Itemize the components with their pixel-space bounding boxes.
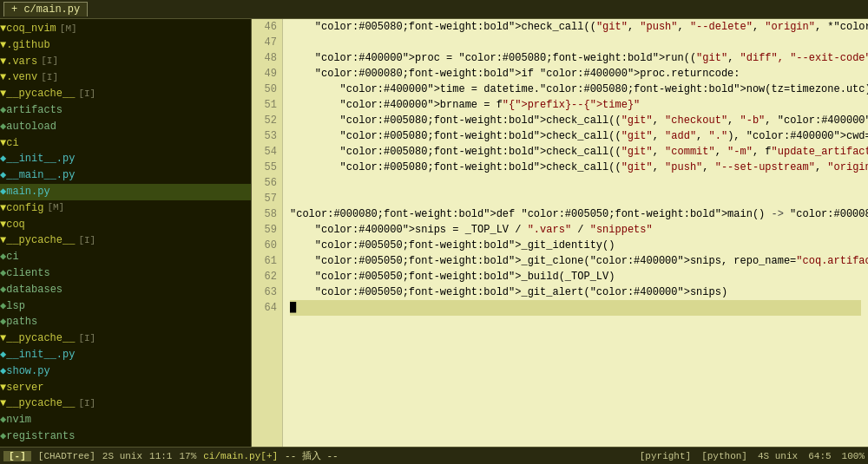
- file-icon: ◆: [0, 185, 6, 199]
- tree-item[interactable]: ▼ __pycache__ [I]: [0, 232, 251, 249]
- code-line[interactable]: "color:#005080;font-weight:bold">check_c…: [290, 128, 861, 144]
- tree-item[interactable]: ▼ __pycache__ [I]: [0, 330, 251, 347]
- code-line[interactable]: "color:#000080;font-weight:bold">if "col…: [290, 66, 861, 82]
- tree-item[interactable]: ▼ coq_nvim [M]: [0, 21, 251, 37]
- position-info: 64:5: [808, 451, 831, 461]
- tree-item-badge: [I]: [78, 332, 95, 345]
- code-line[interactable]: "color:#400000">proc = "color:#005080;fo…: [290, 50, 861, 66]
- code-line[interactable]: "color:#000080;font-weight:bold">def "co…: [290, 206, 861, 222]
- tree-item-label: autoload: [6, 120, 56, 134]
- tree-item[interactable]: ◆ main.py: [0, 184, 251, 200]
- tree-item-label: databases: [6, 283, 62, 297]
- tree-item-label: .vars: [6, 55, 37, 69]
- file-tree-sidebar: ▼ coq_nvim [M] ▼ .github ▼ .vars [I] ▼ .…: [0, 19, 252, 447]
- tree-item-label: __pycache__: [6, 396, 75, 411]
- tree-item-label: registrants: [6, 429, 75, 444]
- line-number: 59: [255, 222, 277, 238]
- line-number: 61: [255, 253, 277, 269]
- filetype-info: [python]: [701, 451, 747, 461]
- tree-item-label: .venv: [6, 70, 37, 85]
- folder-open-icon: ▼: [0, 381, 6, 395]
- tree-item[interactable]: ◆ nvim: [0, 412, 251, 428]
- code-line[interactable]: "color:#005050;font-weight:bold">_build(…: [290, 269, 861, 284]
- tree-item[interactable]: ▼ ci: [0, 135, 251, 152]
- tree-item-label: coq: [6, 218, 25, 232]
- tree-item-label: clients: [6, 266, 49, 281]
- lsp-info: [pyright]: [640, 451, 691, 461]
- folder-open-icon: ▼: [0, 218, 6, 232]
- active-tab[interactable]: + c/main.py: [3, 2, 88, 16]
- code-line[interactable]: █: [290, 300, 861, 316]
- tree-item[interactable]: ◆ __init__.py: [0, 151, 251, 167]
- tree-item-label: server: [6, 381, 43, 395]
- code-line[interactable]: "color:#005080;font-weight:bold">check_c…: [290, 113, 861, 128]
- tree-item[interactable]: ◆ lsp: [0, 298, 251, 315]
- tree-item[interactable]: ◆ autoload: [0, 119, 251, 135]
- tree-item-badge: [M]: [60, 23, 77, 36]
- tree-item[interactable]: ◆ databases: [0, 282, 251, 298]
- line-number: 60: [255, 238, 277, 253]
- tree-item[interactable]: ◆ paths: [0, 314, 251, 330]
- tree-item[interactable]: ◆ show.py: [0, 363, 251, 380]
- code-line[interactable]: "color:#400000">brname = f"{">prefix}--{…: [290, 97, 861, 113]
- tree-item[interactable]: ◆ artifacts: [0, 102, 251, 119]
- code-editor: 46474849505152535455565758596061626364 "…: [252, 19, 868, 447]
- tree-item-label: __pycache__: [6, 233, 75, 248]
- tree-item-badge: [I]: [78, 234, 95, 247]
- tree-item[interactable]: ◆ __main__.py: [0, 167, 251, 184]
- code-line[interactable]: "color:#005080;font-weight:bold">check_c…: [290, 144, 861, 160]
- tree-item[interactable]: ▼ __pycache__ [I]: [0, 86, 251, 102]
- tree-item[interactable]: ▼ .venv [I]: [0, 69, 251, 86]
- tree-item-label: ci: [6, 136, 18, 151]
- tree-item[interactable]: ▼ .github: [0, 37, 251, 54]
- code-line[interactable]: [290, 191, 861, 206]
- tree-item-label: main.py: [6, 185, 49, 199]
- tree-item[interactable]: ▼ server: [0, 380, 251, 396]
- tree-item[interactable]: ◆ __init__.py: [0, 347, 251, 363]
- folder-open-icon: ▼: [0, 70, 6, 85]
- code-line[interactable]: [290, 175, 861, 191]
- code-area[interactable]: "color:#005080;font-weight:bold">check_c…: [283, 19, 868, 447]
- tree-item-label: ci: [6, 250, 18, 265]
- tree-item[interactable]: ▼ config [M]: [0, 200, 251, 217]
- tree-item-label: .github: [6, 38, 49, 53]
- file-icon: ◆: [0, 266, 6, 281]
- tree-item-label: show.py: [6, 364, 49, 379]
- code-line[interactable]: "color:#005050;font-weight:bold">_git_cl…: [290, 253, 861, 269]
- tree-item-badge: [I]: [41, 71, 58, 84]
- line-numbers: 46474849505152535455565758596061626364: [252, 19, 283, 447]
- line-number: 46: [255, 19, 277, 35]
- file-icon: ◆: [0, 283, 6, 297]
- tree-item-badge: [I]: [78, 397, 95, 410]
- tree-item[interactable]: ◆ clients: [0, 265, 251, 282]
- code-line[interactable]: "color:#005080;font-weight:bold">check_c…: [290, 19, 861, 35]
- tree-item[interactable]: ▼ coq: [0, 217, 251, 233]
- folder-open-icon: ▼: [0, 136, 6, 151]
- code-line[interactable]: "color:#005050;font-weight:bold">_git_id…: [290, 238, 861, 253]
- tree-item[interactable]: ▼ .vars [I]: [0, 54, 251, 70]
- code-line[interactable]: "color:#400000">snips = _TOP_LV / ".vars…: [290, 222, 861, 238]
- code-line[interactable]: "color:#005080;font-weight:bold">check_c…: [290, 160, 861, 175]
- line-number: 62: [255, 269, 277, 284]
- tree-item-badge: [I]: [78, 88, 95, 101]
- filepath-label: ci/main.py[+]: [203, 451, 278, 461]
- file-icon: ◆: [0, 429, 6, 444]
- code-line[interactable]: "color:#400000">time = datetime."color:#…: [290, 82, 861, 97]
- insert-label: -- 插入 --: [285, 449, 339, 462]
- file-icon: ◆: [0, 299, 6, 314]
- vim-mode: [-]: [3, 451, 31, 461]
- tab-bar: + c/main.py: [0, 0, 868, 19]
- cursor-pos: 11:1: [149, 451, 172, 461]
- code-line[interactable]: [290, 35, 861, 50]
- file-icon: ◆: [0, 103, 6, 118]
- tree-item[interactable]: ◆ registrants: [0, 428, 251, 445]
- line-number: 51: [255, 97, 277, 113]
- file-icon: ◆: [0, 413, 6, 428]
- line-number: 64: [255, 300, 277, 316]
- code-line[interactable]: "color:#005050;font-weight:bold">_git_al…: [290, 284, 861, 300]
- zoom-level: 100%: [842, 451, 865, 461]
- chadtree-label: [CHADTree]: [38, 451, 95, 461]
- tree-item[interactable]: ▼ __pycache__ [I]: [0, 395, 251, 412]
- tree-item[interactable]: ◆ ci: [0, 249, 251, 265]
- tree-item-label: paths: [6, 315, 37, 330]
